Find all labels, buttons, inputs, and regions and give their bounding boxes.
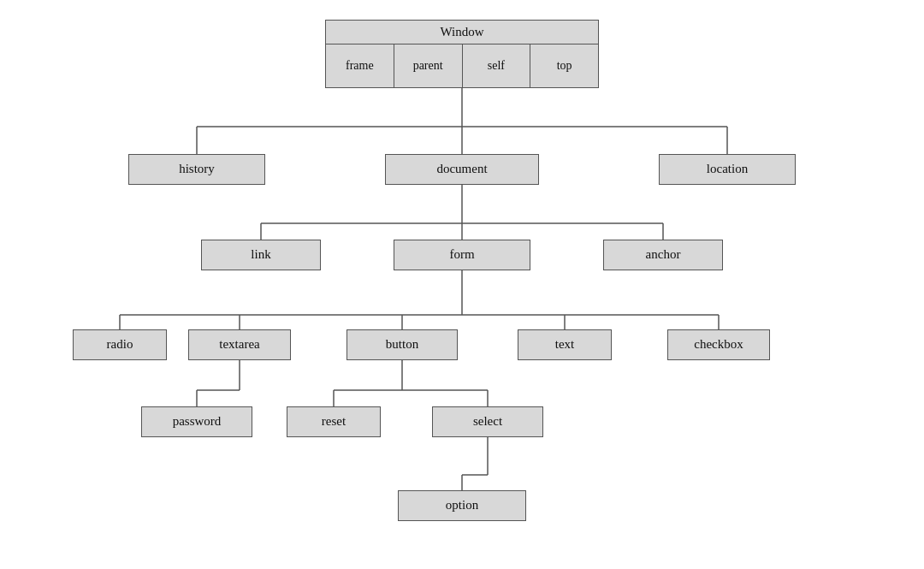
node-window: Window frame parent self top	[325, 20, 599, 88]
node-parent: parent	[394, 44, 463, 87]
node-radio: radio	[73, 329, 167, 360]
node-reset: reset	[287, 406, 381, 437]
node-text: text	[518, 329, 612, 360]
node-password: password	[141, 406, 252, 437]
node-anchor: anchor	[603, 240, 723, 270]
diagram: Window frame parent self top history doc…	[68, 11, 856, 559]
node-form: form	[394, 240, 530, 270]
connector-lines	[68, 11, 856, 559]
node-textarea: textarea	[188, 329, 291, 360]
window-title-label: Window	[326, 21, 598, 44]
node-checkbox: checkbox	[667, 329, 770, 360]
node-link: link	[201, 240, 321, 270]
node-frame: frame	[326, 44, 394, 87]
node-self: self	[463, 44, 531, 87]
node-document: document	[385, 154, 539, 185]
node-option: option	[398, 490, 526, 521]
node-location: location	[659, 154, 796, 185]
node-button: button	[346, 329, 458, 360]
node-history: history	[128, 154, 265, 185]
node-top: top	[530, 44, 598, 87]
node-select: select	[432, 406, 543, 437]
window-children-row: frame parent self top	[326, 44, 598, 87]
